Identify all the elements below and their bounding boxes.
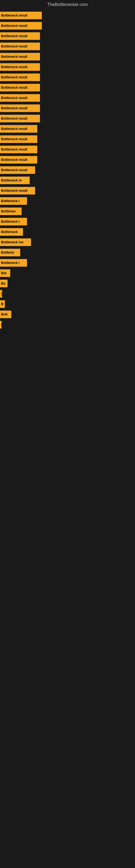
bar-row: Bottleneck result — [0, 113, 135, 124]
bars-container: Bottleneck resultBottleneck resultBottle… — [0, 9, 135, 835]
bar-label: Bottleneck result — [1, 137, 27, 141]
bar-label: Bott — [1, 312, 8, 316]
bottleneck-bar: Bottleneck re — [0, 177, 30, 184]
bar-row: Bottleneck result — [0, 155, 135, 165]
bar-label: Bottleneck result — [1, 117, 27, 120]
bottleneck-bar: Bottleneck r — [0, 197, 27, 205]
bottleneck-bar: Bottleneck r — [0, 218, 27, 225]
bar-row: Bottleneck result — [0, 31, 135, 41]
bar-label: Bottleneck re — [1, 179, 21, 182]
bottleneck-bar: Bottleneck result — [0, 146, 37, 153]
bottleneck-bar: Bottleneck res — [0, 239, 31, 246]
bar-label: Bottleneck result — [1, 75, 27, 79]
bar-row: Bottleneck r — [0, 258, 135, 268]
bar-label: Bottleneck result — [1, 13, 27, 18]
bottleneck-bar: Bottleneck result — [0, 166, 35, 174]
bar-row: Bottleneck result — [0, 72, 135, 83]
bar-row: Bottleneck result — [0, 93, 135, 103]
bottleneck-bar: Bott — [0, 311, 11, 318]
bar-label: Bottleneck result — [1, 168, 27, 172]
bar-label: Bottleneck result — [1, 148, 27, 151]
bar-label: B — [1, 302, 3, 306]
bar-row: Bottleneck result — [0, 62, 135, 72]
bar-row: Bottleneck res — [0, 237, 135, 247]
bottleneck-bar: Bottleneck result — [0, 104, 40, 112]
bar-row: Bottlenec — [0, 206, 135, 216]
bar-label: Bottleneck result — [1, 44, 27, 48]
bottleneck-bar: Bottleneck result — [0, 63, 40, 71]
bottleneck-bar: Bottleneck result — [0, 84, 40, 91]
bottleneck-bar: Bottleneck result — [0, 53, 40, 61]
bottleneck-bar: Bottleneck result — [0, 94, 40, 102]
bar-label: Bottleneck — [1, 230, 17, 234]
bottleneck-bar: | — [0, 290, 2, 298]
bar-row: Bottleneck r — [0, 216, 135, 227]
bar-row: Bottleneck result — [0, 52, 135, 62]
bottleneck-bar: B — [0, 300, 5, 308]
bottleneck-bar: Bottlenec — [0, 208, 21, 215]
bar-row: Bottleneck result — [0, 186, 135, 196]
bar-row: Bottleneck result — [0, 165, 135, 175]
bottleneck-bar: Bottleneck result — [0, 32, 40, 40]
bottleneck-bar: Bottleneck result — [0, 187, 35, 194]
bar-label: Bottleneck r — [1, 199, 20, 203]
bar-label: Bottleneck result — [1, 24, 27, 28]
bar-row: Bottleneck r — [0, 196, 135, 206]
bar-row: | — [0, 319, 135, 330]
bar-row: Bottleneck result — [0, 103, 135, 113]
bottleneck-bar: Bottleneck result — [0, 12, 42, 19]
bar-row: B — [0, 299, 135, 309]
bar-row: Bottleneck result — [0, 41, 135, 52]
page-wrapper: TheBottlenecker.com Bottleneck resultBot… — [0, 0, 135, 835]
bottleneck-bar: Bot — [0, 269, 10, 277]
bar-label: Bottleneck r — [1, 220, 20, 223]
bar-label: | — [1, 292, 2, 296]
bar-label: Bottleneck result — [1, 86, 27, 90]
bar-row: Bottleneck — [0, 227, 135, 237]
bar-row: Bottleneck result — [0, 134, 135, 144]
bar-row: Bottleneck result — [0, 10, 135, 21]
bar-label: Bot — [1, 271, 6, 275]
bar-label: Bottlenec — [1, 209, 16, 213]
bar-label: Bottleneck result — [1, 55, 27, 59]
bar-row: Bottlene — [0, 247, 135, 258]
bottleneck-bar: Bottleneck result — [0, 156, 37, 163]
bar-row: Bot — [0, 268, 135, 278]
bottleneck-bar: Bottleneck — [0, 228, 23, 236]
bar-label: Bottleneck result — [1, 65, 27, 69]
bar-row: Bottleneck re — [0, 175, 135, 186]
bottleneck-bar: | — [0, 321, 2, 329]
bottleneck-bar: Bottleneck result — [0, 42, 40, 50]
bar-row: Bo — [0, 278, 135, 289]
bottleneck-bar: Bottleneck result — [0, 125, 37, 133]
bar-label: Bottleneck result — [1, 34, 27, 38]
bar-row: Bottleneck result — [0, 144, 135, 155]
bottleneck-bar: Bottleneck result — [0, 22, 42, 30]
bottleneck-bar: Bottlene — [0, 249, 20, 256]
bar-label: Bottlene — [1, 251, 14, 254]
bar-label: Bottleneck r — [1, 261, 20, 265]
bottleneck-bar: Bottleneck result — [0, 135, 37, 143]
bar-row: Bottleneck result — [0, 83, 135, 93]
bar-row: Bottleneck result — [0, 21, 135, 31]
site-title: TheBottlenecker.com — [0, 0, 135, 9]
bottleneck-bar: Bottleneck result — [0, 115, 40, 122]
bar-label: Bottleneck result — [1, 106, 27, 110]
bar-row: | — [0, 289, 135, 299]
bar-label: Bottleneck result — [1, 127, 27, 131]
bar-label: Bo — [1, 282, 5, 285]
bar-label: | — [1, 323, 2, 327]
bottleneck-bar: Bo — [0, 280, 8, 287]
bar-label: Bottleneck res — [1, 240, 24, 244]
bottleneck-bar: Bottleneck r — [0, 259, 27, 267]
bar-label: Bottleneck result — [1, 96, 27, 100]
bar-label: Bottleneck result — [1, 158, 27, 162]
bar-row: Bott — [0, 309, 135, 319]
bar-label: Bottleneck result — [1, 189, 27, 193]
bar-row: Bottleneck result — [0, 124, 135, 134]
bottleneck-bar: Bottleneck result — [0, 73, 40, 81]
